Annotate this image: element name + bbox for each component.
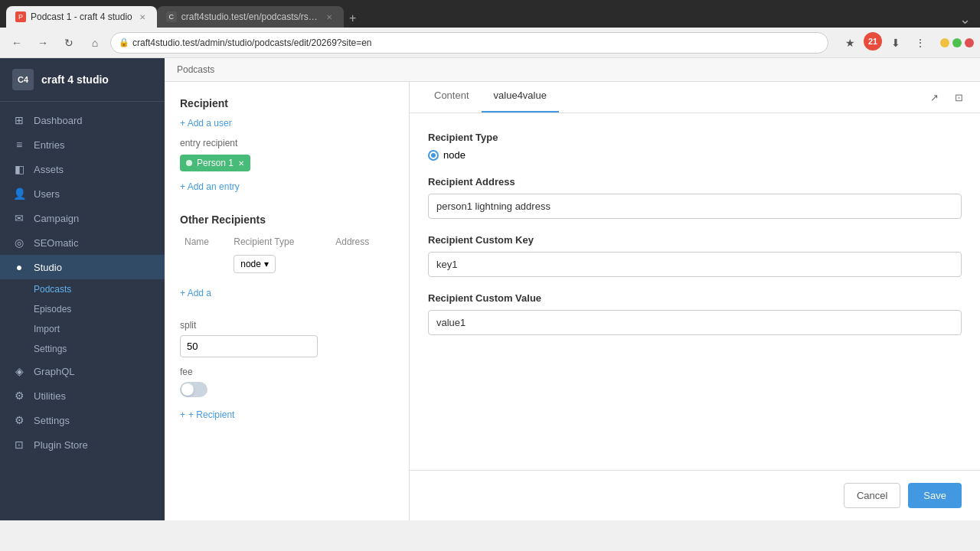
panel-tab-actions: ↗ ⊡	[925, 82, 968, 112]
sidebar-item-label: Campaign	[34, 213, 79, 224]
sidebar-item-label: Assets	[34, 164, 64, 175]
settings-icon: ⚙	[12, 414, 26, 426]
lock-icon: 🔒	[119, 37, 129, 47]
new-tab-button[interactable]: +	[344, 9, 362, 28]
address-text: craft4studio.test/admin/studio/podcasts/…	[132, 37, 372, 48]
left-panel: Recipient + Add a user entry recipient P…	[165, 82, 410, 520]
tab-bar: P Podcast 1 - craft 4 studio ✕ C craft4s…	[0, 0, 980, 28]
recipient-chip[interactable]: Person 1 ✕	[180, 155, 250, 171]
studio-icon: ●	[12, 261, 26, 273]
sidebar-sub-episodes[interactable]: Episodes	[0, 299, 165, 319]
sidebar-item-label: GraphQL	[34, 366, 74, 377]
maximize-button[interactable]	[952, 38, 962, 47]
recipient-type-cell: node ▾	[229, 250, 331, 278]
sidebar-item-campaign[interactable]: ✉ Campaign	[0, 206, 165, 230]
extensions-button[interactable]: ★	[839, 32, 861, 54]
cancel-button[interactable]: Cancel	[844, 483, 900, 508]
recipient-address-field: Recipient Address	[428, 176, 962, 219]
expand-icon[interactable]: ⊡	[949, 88, 968, 106]
recipient-name-cell	[180, 250, 229, 278]
entries-icon: ≡	[12, 139, 26, 151]
tab-label-active: Podcast 1 - craft 4 studio	[31, 11, 132, 22]
sidebar-item-settings[interactable]: ⚙ Settings	[0, 408, 165, 432]
entry-recipient-label: entry recipient	[180, 138, 394, 148]
app-container: C4 craft 4 studio ⊞ Dashboard ≡ Entries …	[0, 58, 980, 520]
recipient-type-field: Recipient Type node	[428, 132, 962, 161]
sidebar-sub-label: Import	[34, 324, 60, 334]
tab-value4value[interactable]: value4value	[482, 82, 559, 112]
chip-close-icon[interactable]: ✕	[238, 159, 244, 168]
plugin-store-icon: ⊡	[12, 439, 26, 451]
tab-close-active[interactable]: ✕	[137, 11, 148, 22]
tab-label-inactive: craft4studio.test/en/podcasts/rss?p...	[181, 11, 319, 22]
tab-favicon-active: P	[15, 11, 26, 22]
node-type-dropdown[interactable]: node ▾	[234, 255, 276, 273]
sidebar-item-seomatic[interactable]: ◎ SEOmatic	[0, 230, 165, 255]
back-button[interactable]: ←	[6, 32, 28, 54]
add-another-button[interactable]: + Add a	[180, 288, 211, 298]
graphql-icon: ◈	[12, 365, 26, 377]
recipient-custom-value-field: Recipient Custom Value	[428, 292, 962, 335]
sidebar-nav: ⊞ Dashboard ≡ Entries ◧ Assets 👤 Users ✉…	[0, 102, 165, 520]
other-recipients-section: Other Recipients Name Recipient Type Add…	[180, 214, 394, 278]
fee-toggle[interactable]	[180, 382, 207, 397]
minimize-button[interactable]	[940, 38, 949, 47]
campaign-icon: ✉	[12, 212, 26, 224]
sidebar-item-assets[interactable]: ◧ Assets	[0, 157, 165, 181]
sidebar-item-entries[interactable]: ≡ Entries	[0, 132, 165, 157]
sidebar-item-dashboard[interactable]: ⊞ Dashboard	[0, 108, 165, 132]
split-section: split	[180, 320, 394, 357]
forward-button[interactable]: →	[32, 32, 54, 54]
sidebar-item-utilities[interactable]: ⚙ Utilities	[0, 383, 165, 408]
content-area: Podcast 1 All ▾ Entry + + New Valu	[165, 82, 980, 520]
tab-content[interactable]: Content	[422, 82, 482, 112]
sidebar-sub-label: Episodes	[34, 304, 71, 315]
sidebar-item-plugin-store[interactable]: ⊡ Plugin Store	[0, 432, 165, 457]
add-recipient-icon: +	[180, 409, 185, 420]
sidebar-item-label: Utilities	[34, 390, 66, 402]
toggle-knob	[181, 383, 194, 396]
close-button[interactable]	[965, 38, 974, 47]
sidebar-sub-import[interactable]: Import	[0, 319, 165, 339]
recipient-custom-value-input[interactable]	[428, 310, 962, 335]
external-link-icon[interactable]: ↗	[925, 88, 943, 106]
download-button[interactable]: ⬇	[885, 32, 906, 54]
tab-list-button[interactable]: ⌄	[959, 11, 971, 28]
logo-text: craft 4 studio	[41, 73, 109, 86]
recipient-custom-key-label: Recipient Custom Key	[428, 234, 962, 246]
tab-close-inactive[interactable]: ✕	[324, 11, 335, 22]
recipient-address-input[interactable]	[428, 194, 962, 219]
tab-active[interactable]: P Podcast 1 - craft 4 studio ✕	[6, 6, 157, 28]
col-address: Address	[331, 233, 394, 250]
recipient-address-cell	[331, 250, 394, 278]
fee-label: fee	[180, 367, 394, 377]
recipient-custom-key-input[interactable]	[428, 252, 962, 277]
recipients-table: Name Recipient Type Address	[180, 233, 394, 278]
sidebar-item-label: Users	[34, 188, 60, 200]
address-bar[interactable]: 🔒 craft4studio.test/admin/studio/podcast…	[110, 32, 828, 54]
home-button[interactable]: ⌂	[84, 32, 106, 54]
menu-button[interactable]: ⋮	[910, 32, 931, 54]
sidebar-item-label: Plugin Store	[34, 439, 88, 451]
radio-node[interactable]: node	[428, 149, 466, 161]
radio-node-circle	[428, 150, 439, 161]
sidebar-item-studio[interactable]: ● Studio	[0, 255, 165, 279]
sidebar-sub-podcasts[interactable]: Podcasts	[0, 279, 165, 299]
tab-favicon-inactive: C	[166, 11, 177, 22]
save-button[interactable]: Save	[908, 483, 962, 508]
profile-button[interactable]: 21	[864, 32, 882, 51]
fee-section: fee	[180, 367, 394, 397]
recipient-type-label: Recipient Type	[428, 132, 962, 143]
users-icon: 👤	[12, 187, 26, 200]
sidebar-item-graphql[interactable]: ◈ GraphQL	[0, 359, 165, 383]
sidebar-item-users[interactable]: 👤 Users	[0, 181, 165, 206]
add-recipient-button[interactable]: + + Recipient	[180, 409, 234, 420]
tab-inactive[interactable]: C craft4studio.test/en/podcasts/rss?p...…	[157, 6, 344, 28]
sidebar-sub-settings[interactable]: Settings	[0, 339, 165, 359]
recipient-address-label: Recipient Address	[428, 176, 962, 187]
panel-tabs: Content value4value ↗ ⊡	[410, 82, 980, 113]
add-entry-button[interactable]: + Add an entry	[180, 181, 240, 192]
split-input[interactable]	[180, 335, 318, 357]
add-user-button[interactable]: + Add a user	[180, 118, 232, 129]
reload-button[interactable]: ↻	[58, 32, 80, 54]
